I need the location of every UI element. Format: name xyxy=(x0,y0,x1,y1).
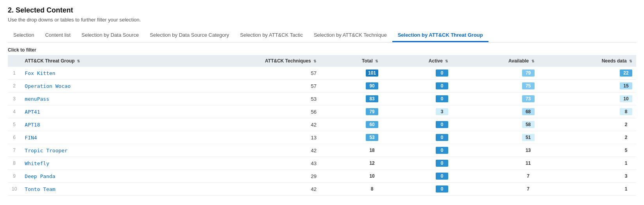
row-num: 4 xyxy=(8,105,21,118)
row-num: 7 xyxy=(8,144,21,157)
row-num: 9 xyxy=(8,170,21,183)
threat-group-name[interactable]: Deep Panda xyxy=(21,170,169,183)
table-row[interactable]: 5APT1842600582 xyxy=(8,118,636,131)
techniques-count: 29 xyxy=(169,170,320,183)
active-count: 0 xyxy=(382,183,452,196)
table-row[interactable]: 2Operation Wocao579007515 xyxy=(8,80,636,93)
tab-selection-by-attack-technique[interactable]: Selection by ATT&CK Technique xyxy=(308,29,392,42)
col-total[interactable]: Total ⇅ xyxy=(320,55,382,67)
needs-data-count: 2 xyxy=(538,131,636,144)
page-subtitle: Use the drop downs or tables to further … xyxy=(8,17,636,23)
page-title: 2. Selected Content xyxy=(8,6,636,14)
sort-icon-available: ⇅ xyxy=(531,59,535,63)
sort-icon-active: ⇅ xyxy=(445,59,448,63)
active-count: 0 xyxy=(382,67,452,80)
active-count: 0 xyxy=(382,157,452,170)
col-techniques[interactable]: ATT&CK Techniques ⇅ xyxy=(169,55,320,67)
table-row[interactable]: 4APT4156793688 xyxy=(8,105,636,118)
tab-content-list[interactable]: Content list xyxy=(39,29,76,42)
techniques-count: 53 xyxy=(169,93,320,105)
table-header-row: ATT&CK Threat Group ⇅ ATT&CK Techniques … xyxy=(8,55,636,67)
table-row[interactable]: 3menuPass538307310 xyxy=(8,93,636,105)
table-row[interactable]: 1Fox Kitten5710107922 xyxy=(8,67,636,80)
needs-data-count: 1 xyxy=(538,157,636,170)
needs-data-count: 3 xyxy=(538,170,636,183)
col-threat-group[interactable]: ATT&CK Threat Group ⇅ xyxy=(21,55,169,67)
sort-icon-total: ⇅ xyxy=(375,59,378,63)
total-count: 79 xyxy=(320,105,382,118)
click-to-filter-label: Click to filter xyxy=(8,47,636,53)
active-count: 3 xyxy=(382,105,452,118)
active-count: 0 xyxy=(382,144,452,157)
total-count: 101 xyxy=(320,67,382,80)
col-num xyxy=(8,55,21,67)
row-num: 6 xyxy=(8,131,21,144)
total-count: 10 xyxy=(320,170,382,183)
available-count: 75 xyxy=(452,80,538,93)
tab-selection-by-data-source-category[interactable]: Selection by Data Source Category xyxy=(144,29,234,42)
threat-group-name[interactable]: APT18 xyxy=(21,118,169,131)
threat-group-name[interactable]: menuPass xyxy=(21,93,169,105)
row-num: 1 xyxy=(8,67,21,80)
threat-group-name[interactable]: Tropic Trooper xyxy=(21,144,169,157)
row-num: 2 xyxy=(8,80,21,93)
available-count: 58 xyxy=(452,118,538,131)
table-row[interactable]: 6FIN413530512 xyxy=(8,131,636,144)
total-count: 83 xyxy=(320,93,382,105)
tab-bar: Selection Content list Selection by Data… xyxy=(8,29,636,43)
available-count: 51 xyxy=(452,131,538,144)
threat-group-name[interactable]: Operation Wocao xyxy=(21,80,169,93)
sort-icon-techniques: ⇅ xyxy=(313,59,317,63)
total-count: 18 xyxy=(320,144,382,157)
threat-group-table: ATT&CK Threat Group ⇅ ATT&CK Techniques … xyxy=(8,55,636,196)
techniques-count: 13 xyxy=(169,131,320,144)
available-count: 11 xyxy=(452,157,538,170)
available-count: 68 xyxy=(452,105,538,118)
sort-icon-needs-data: ⇅ xyxy=(629,59,632,63)
techniques-count: 56 xyxy=(169,105,320,118)
available-count: 13 xyxy=(452,144,538,157)
tab-selection-by-attack-tactic[interactable]: Selection by ATT&CK Tactic xyxy=(234,29,308,42)
available-count: 79 xyxy=(452,67,538,80)
table-row[interactable]: 7Tropic Trooper42180135 xyxy=(8,144,636,157)
col-active[interactable]: Active ⇅ xyxy=(382,55,452,67)
table-row[interactable]: 10Tonto Team428071 xyxy=(8,183,636,196)
needs-data-count: 2 xyxy=(538,118,636,131)
available-count: 73 xyxy=(452,93,538,105)
needs-data-count: 5 xyxy=(538,144,636,157)
needs-data-count: 1 xyxy=(538,183,636,196)
col-needs-data[interactable]: Needs data ⇅ xyxy=(538,55,636,67)
threat-group-name[interactable]: Fox Kitten xyxy=(21,67,169,80)
active-count: 0 xyxy=(382,93,452,105)
threat-group-name[interactable]: FIN4 xyxy=(21,131,169,144)
active-count: 0 xyxy=(382,170,452,183)
total-count: 60 xyxy=(320,118,382,131)
tab-selection-by-data-source[interactable]: Selection by Data Source xyxy=(76,29,145,42)
total-count: 12 xyxy=(320,157,382,170)
needs-data-count: 10 xyxy=(538,93,636,105)
techniques-count: 42 xyxy=(169,118,320,131)
techniques-count: 42 xyxy=(169,144,320,157)
total-count: 8 xyxy=(320,183,382,196)
tab-selection-by-attack-threat-group[interactable]: Selection by ATT&CK Threat Group xyxy=(392,29,488,42)
row-num: 8 xyxy=(8,157,21,170)
col-available[interactable]: Available ⇅ xyxy=(452,55,538,67)
table-row[interactable]: 8Whitefly43120111 xyxy=(8,157,636,170)
total-count: 53 xyxy=(320,131,382,144)
techniques-count: 43 xyxy=(169,157,320,170)
sort-icon-threat-group: ⇅ xyxy=(77,59,80,63)
threat-group-name[interactable]: Whitefly xyxy=(21,157,169,170)
available-count: 7 xyxy=(452,170,538,183)
threat-group-name[interactable]: Tonto Team xyxy=(21,183,169,196)
needs-data-count: 8 xyxy=(538,105,636,118)
techniques-count: 57 xyxy=(169,67,320,80)
needs-data-count: 22 xyxy=(538,67,636,80)
needs-data-count: 15 xyxy=(538,80,636,93)
row-num: 5 xyxy=(8,118,21,131)
tab-selection[interactable]: Selection xyxy=(8,29,39,42)
active-count: 0 xyxy=(382,131,452,144)
total-count: 90 xyxy=(320,80,382,93)
threat-group-name[interactable]: APT41 xyxy=(21,105,169,118)
table-row[interactable]: 9Deep Panda2910073 xyxy=(8,170,636,183)
techniques-count: 42 xyxy=(169,183,320,196)
